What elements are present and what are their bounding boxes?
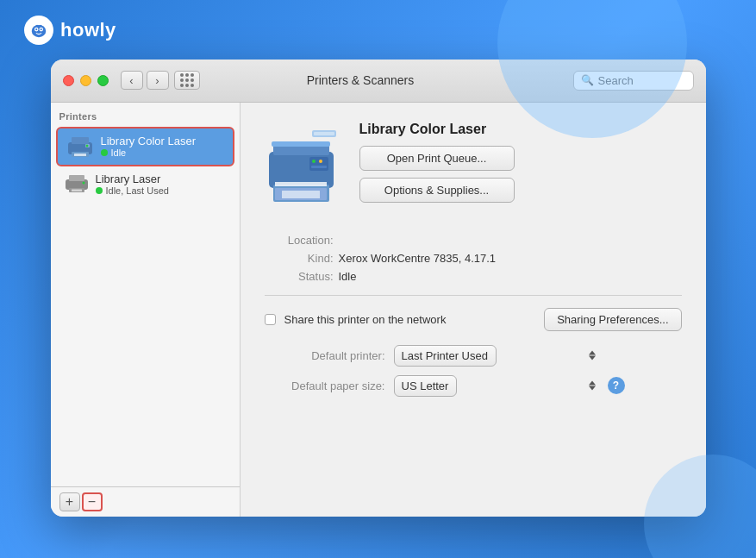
- maximize-button[interactable]: [97, 75, 109, 86]
- main-panel: Library Color Laser Open Print Queue... …: [241, 103, 706, 517]
- default-paper-row: Default paper size: US Letter ?: [265, 375, 682, 397]
- svg-rect-21: [309, 157, 328, 171]
- svg-point-14: [82, 182, 84, 185]
- traffic-lights: [63, 75, 109, 86]
- svg-point-0: [32, 25, 47, 38]
- add-printer-button[interactable]: +: [59, 492, 80, 511]
- printer-1-info: Library Color Laser Idle: [101, 135, 197, 158]
- printer-1-status-dot: [101, 149, 108, 156]
- svg-rect-25: [272, 141, 330, 147]
- default-printer-select-wrapper: Last Printer Used: [394, 345, 601, 367]
- logo-icon: [24, 16, 53, 45]
- default-printer-select[interactable]: Last Printer Used: [394, 345, 497, 367]
- default-paper-select-wrapper: US Letter: [394, 375, 601, 397]
- sidebar: Printers Library Color Laser Idle: [51, 103, 241, 517]
- share-label: Share this printer on the network: [284, 313, 447, 326]
- options-supplies-button[interactable]: Options & Supplies...: [359, 178, 515, 203]
- back-button[interactable]: ‹: [121, 71, 143, 90]
- printer-bw-icon: [65, 173, 89, 194]
- printer-details: Library Color Laser Open Print Queue... …: [359, 122, 682, 210]
- printer-2-info: Library Laser Idle, Last Used: [96, 172, 169, 196]
- paper-arrow-up-icon: [589, 381, 596, 386]
- default-paper-select[interactable]: US Letter: [394, 375, 457, 397]
- svg-point-4: [41, 28, 42, 30]
- svg-rect-12: [69, 175, 84, 181]
- kind-label: Kind:: [265, 252, 334, 265]
- sidebar-bottom-bar: + −: [51, 486, 240, 517]
- paper-select-arrows-icon: [589, 381, 596, 391]
- arrow-down-icon: [589, 356, 596, 361]
- kind-value: Xerox WorkCentre 7835, 4.17.1: [339, 252, 497, 265]
- brand-name: howly: [60, 19, 116, 41]
- printer-2-status-text: Idle, Last Used: [106, 185, 169, 196]
- location-label: Location:: [265, 234, 334, 247]
- svg-point-3: [35, 28, 37, 30]
- svg-point-9: [85, 144, 88, 147]
- svg-rect-24: [311, 166, 327, 168]
- open-print-queue-button[interactable]: Open Print Queue...: [359, 146, 515, 171]
- svg-rect-20: [282, 191, 320, 198]
- content-area: Printers Library Color Laser Idle: [51, 103, 706, 517]
- default-printer-row: Default printer: Last Printer Used: [265, 345, 682, 367]
- printer-2-name: Library Laser: [96, 172, 169, 185]
- printer-header: Library Color Laser Open Print Queue... …: [265, 122, 682, 210]
- sharing-preferences-button[interactable]: Sharing Preferences...: [544, 308, 681, 331]
- share-row: Share this printer on the network Sharin…: [265, 308, 682, 331]
- printer-2-status-dot: [96, 187, 103, 194]
- help-button[interactable]: ?: [608, 377, 625, 394]
- minimize-button[interactable]: [80, 75, 91, 86]
- status-value: Idle: [339, 270, 357, 283]
- printer-color-icon: [66, 135, 94, 159]
- svg-rect-6: [72, 137, 89, 144]
- sidebar-item-library-color-laser[interactable]: Library Color Laser Idle: [56, 127, 234, 166]
- default-printer-label: Default printer:: [265, 349, 385, 362]
- remove-printer-button[interactable]: −: [82, 492, 103, 511]
- printer-1-status: Idle: [101, 147, 197, 158]
- paper-arrow-down-icon: [589, 386, 596, 391]
- svg-rect-15: [72, 190, 82, 192]
- printer-large-image: [265, 126, 342, 208]
- logo-area: howly: [24, 16, 116, 45]
- sidebar-section-label: Printers: [51, 111, 240, 127]
- kind-row: Kind: Xerox WorkCentre 7835, 4.17.1: [265, 252, 682, 265]
- sidebar-item-library-laser[interactable]: Library Laser Idle, Last Used: [51, 166, 240, 202]
- divider: [265, 295, 682, 296]
- status-row: Status: Idle: [265, 270, 682, 283]
- default-paper-label: Default paper size:: [265, 379, 385, 392]
- location-row: Location:: [265, 234, 682, 247]
- printer-1-status-text: Idle: [111, 147, 127, 158]
- sidebar-spacer: [51, 202, 240, 486]
- printer-info-section: Location: Kind: Xerox WorkCentre 7835, 4…: [265, 225, 682, 283]
- status-label: Status:: [265, 270, 334, 283]
- svg-point-22: [312, 160, 316, 163]
- svg-point-23: [319, 160, 322, 163]
- svg-rect-10: [74, 154, 86, 156]
- printer-2-status: Idle, Last Used: [96, 185, 169, 196]
- share-checkbox[interactable]: [265, 314, 276, 325]
- svg-rect-27: [314, 132, 334, 135]
- printer-1-name: Library Color Laser: [101, 135, 197, 147]
- svg-rect-28: [275, 182, 327, 186]
- select-arrows-icon: [589, 351, 596, 361]
- arrow-up-icon: [589, 351, 596, 355]
- close-button[interactable]: [63, 75, 74, 86]
